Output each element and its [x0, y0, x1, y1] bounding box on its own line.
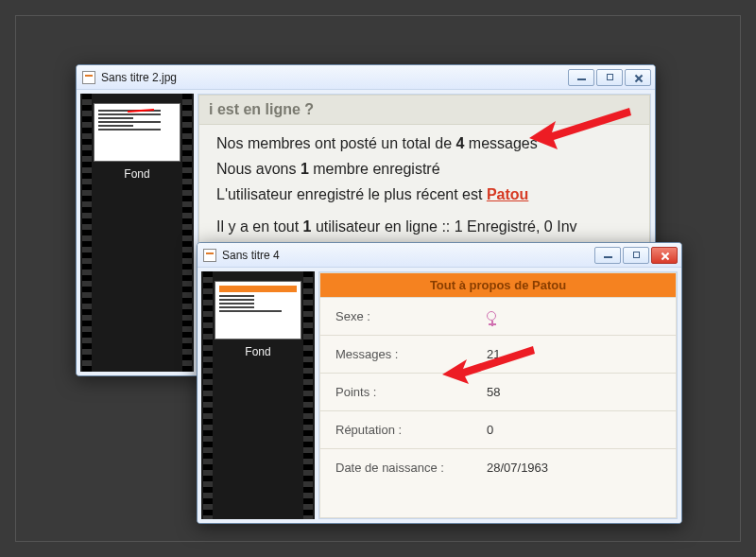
window-body: Fond Tout à propos de Patou Sexe : Messa…: [198, 268, 681, 523]
stats-line-members: Nous avons 1 membre enregistré: [216, 158, 632, 180]
filmstrip-sidebar: Fond: [201, 271, 315, 519]
content-pane: Tout à propos de Patou Sexe : Messages :…: [318, 271, 678, 519]
value-sexe: [487, 309, 496, 323]
close-button[interactable]: [651, 247, 678, 264]
value-messages: 21: [487, 347, 500, 361]
titlebar[interactable]: Sans titre 2.jpg: [77, 65, 655, 90]
minimize-button[interactable]: [568, 69, 594, 86]
profile-row-points: Points : 58: [320, 373, 676, 410]
maximize-button[interactable]: [623, 247, 649, 264]
maximize-button[interactable]: [596, 69, 623, 86]
stats-line-online: Il y a en tout 1 utilisateur en ligne ::…: [216, 216, 632, 237]
label-dob: Date de naissance :: [335, 461, 487, 475]
value-points: 58: [487, 385, 500, 399]
thumbnail-label: Fond: [215, 345, 301, 358]
female-icon: [487, 311, 496, 321]
filmstrip-sidebar: Fond: [80, 94, 194, 372]
window-controls: [594, 247, 678, 264]
profile-row-sexe: Sexe :: [320, 297, 676, 335]
thumbnail[interactable]: [94, 103, 180, 162]
window-sans-titre-4: Sans titre 4 Fond Tout à propos de Patou…: [197, 242, 682, 524]
user-link-patou[interactable]: Patou: [487, 186, 528, 202]
profile-panel: Tout à propos de Patou Sexe : Messages :…: [319, 272, 677, 518]
label-sexe: Sexe :: [335, 309, 487, 323]
profile-row-dob: Date de naissance : 28/07/1963: [320, 448, 676, 486]
file-icon: [203, 249, 216, 262]
profile-row-messages: Messages : 21: [320, 335, 676, 373]
label-reputation: Réputation :: [335, 423, 487, 437]
label-points: Points :: [335, 385, 487, 399]
forum-section-header: i est en ligne ?: [199, 96, 649, 125]
titlebar[interactable]: Sans titre 4: [198, 243, 681, 268]
thumbnail[interactable]: [215, 281, 301, 339]
file-icon: [82, 71, 95, 84]
window-title: Sans titre 2.jpg: [101, 71, 562, 84]
label-messages: Messages :: [335, 347, 487, 361]
value-reputation: 0: [487, 423, 493, 437]
close-button[interactable]: [625, 69, 651, 86]
profile-row-reputation: Réputation : 0: [320, 410, 676, 448]
window-title: Sans titre 4: [222, 249, 589, 262]
thumbnail-label: Fond: [94, 167, 180, 181]
value-dob: 28/07/1963: [487, 461, 548, 475]
window-controls: [568, 69, 651, 86]
profile-header: Tout à propos de Patou: [320, 273, 676, 297]
stats-line-total-messages: Nos membres ont posté un total de 4 mess…: [216, 132, 632, 154]
stats-line-newest-user: L'utilisateur enregistré le plus récent …: [216, 183, 632, 205]
minimize-button[interactable]: [594, 247, 621, 264]
